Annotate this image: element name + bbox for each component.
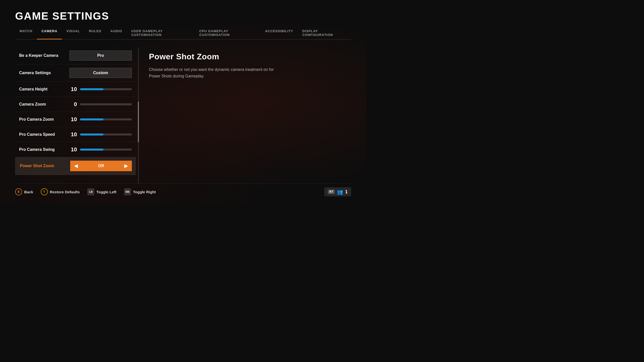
b-button-label: B <box>18 190 20 194</box>
tab-user-gameplay[interactable]: USER GAMEPLAY CUSTOMISATION <box>127 27 195 39</box>
setting-label-camera-settings: Camera Settings <box>19 71 69 75</box>
setting-value-camera-settings[interactable]: Custom <box>69 68 132 78</box>
setting-pro-camera-speed: Pro Camera Speed 10 <box>15 127 136 142</box>
setting-value-pro-camera-zoom: 10 <box>69 116 132 123</box>
scroll-thumb <box>138 102 139 143</box>
slider-fill-camera-height <box>80 88 103 90</box>
setting-label-pro-camera-swing: Pro Camera Swing <box>19 147 69 152</box>
slider-track-camera-height[interactable] <box>80 88 132 90</box>
toggle-right-arrow[interactable]: ▶ <box>120 163 132 169</box>
toggle-value-power-shot-zoom: Off <box>82 164 120 168</box>
action-restore-defaults[interactable]: Y Restore Defaults <box>41 188 80 195</box>
slider-number-pro-camera-swing: 10 <box>69 146 77 153</box>
b-button-icon[interactable]: B <box>15 188 22 195</box>
y-button-icon[interactable]: Y <box>41 188 48 195</box>
setting-label-pro-camera-zoom: Pro Camera Zoom <box>19 117 69 122</box>
setting-camera-settings: Camera Settings Custom <box>15 64 136 82</box>
setting-value-be-a-keeper-camera[interactable]: Pro <box>69 51 132 61</box>
lb-button-label: LB <box>89 190 93 193</box>
info-panel-title: Power Shot Zoom <box>149 52 351 61</box>
slider-pro-camera-speed[interactable]: 10 <box>69 131 132 138</box>
page-title: GAME SETTINGS <box>15 10 351 22</box>
toggle-left-arrow[interactable]: ◀ <box>70 163 82 169</box>
settings-container: Be a Keeper Camera Pro Camera Settings C… <box>15 47 139 183</box>
scroll-indicator[interactable] <box>138 47 139 183</box>
setting-pro-camera-swing: Pro Camera Swing 10 <box>15 142 136 157</box>
setting-label-camera-height: Camera Height <box>19 87 69 92</box>
setting-label-camera-zoom: Camera Zoom <box>19 102 69 107</box>
setting-pro-camera-zoom: Pro Camera Zoom 10 <box>15 112 136 127</box>
settings-panel: Be a Keeper Camera Pro Camera Settings C… <box>15 47 136 183</box>
rt-player-indicator: RT 👥 1 <box>324 187 351 196</box>
tab-camera[interactable]: CAMERA <box>37 27 62 39</box>
toggle-right-label: Toggle Right <box>133 190 156 194</box>
action-toggle-right[interactable]: RB Toggle Right <box>124 188 156 195</box>
setting-label-be-a-keeper-camera: Be a Keeper Camera <box>19 53 69 58</box>
slider-number-pro-camera-speed: 10 <box>69 131 77 138</box>
slider-track-pro-camera-zoom[interactable] <box>80 118 132 120</box>
setting-camera-height: Camera Height 10 <box>15 82 136 97</box>
rb-button-icon[interactable]: RB <box>124 188 131 195</box>
power-shot-zoom-toggle[interactable]: ◀ Off ▶ <box>70 161 132 171</box>
slider-number-camera-height: 10 <box>69 86 77 93</box>
setting-value-power-shot-zoom[interactable]: ◀ Off ▶ <box>70 161 132 171</box>
navigation-tabs: MATCH CAMERA VISUAL RULES AUDIO USER GAM… <box>15 27 351 39</box>
slider-number-camera-zoom: 0 <box>69 101 77 108</box>
main-content: GAME SETTINGS MATCH CAMERA VISUAL RULES … <box>0 0 366 205</box>
tab-audio[interactable]: AUDIO <box>106 27 127 39</box>
action-toggle-left[interactable]: LB Toggle Left <box>87 188 116 195</box>
tab-cpu-gameplay[interactable]: CPU GAMEPLAY CUSTOMISATION <box>195 27 260 39</box>
tab-accessibility[interactable]: ACCESSIBILITY <box>261 27 298 39</box>
setting-be-a-keeper-camera: Be a Keeper Camera Pro <box>15 47 136 64</box>
setting-value-camera-zoom: 0 <box>69 101 132 108</box>
slider-fill-pro-camera-zoom <box>80 118 103 120</box>
back-label: Back <box>24 190 33 194</box>
setting-label-pro-camera-speed: Pro Camera Speed <box>19 132 69 137</box>
slider-number-pro-camera-zoom: 10 <box>69 116 77 123</box>
slider-camera-zoom[interactable]: 0 <box>69 101 132 108</box>
slider-track-pro-camera-speed[interactable] <box>80 133 132 135</box>
setting-value-pro-camera-speed: 10 <box>69 131 132 138</box>
setting-power-shot-zoom: Power Shot Zoom ◀ Off ▶ <box>15 157 136 175</box>
player-icon: 👥 <box>337 189 343 195</box>
setting-label-power-shot-zoom: Power Shot Zoom <box>20 164 70 168</box>
slider-camera-height[interactable]: 10 <box>69 86 132 93</box>
rb-button-label: RB <box>126 190 130 193</box>
rt-badge: RT <box>328 190 335 194</box>
slider-track-camera-zoom[interactable] <box>80 103 132 105</box>
main-area: Be a Keeper Camera Pro Camera Settings C… <box>15 47 351 183</box>
y-button-label: Y <box>43 190 45 194</box>
player-count: 1 <box>345 189 348 195</box>
tab-rules[interactable]: RULES <box>85 27 106 39</box>
toggle-left-label: Toggle Left <box>96 190 116 194</box>
camera-settings-button[interactable]: Custom <box>69 68 132 78</box>
tab-visual[interactable]: VISUAL <box>62 27 85 39</box>
action-back[interactable]: B Back <box>15 188 33 195</box>
slider-fill-pro-camera-swing <box>80 149 103 151</box>
be-a-keeper-camera-button[interactable]: Pro <box>69 51 132 61</box>
slider-fill-pro-camera-speed <box>80 133 103 135</box>
tab-match[interactable]: MATCH <box>15 27 37 39</box>
setting-value-pro-camera-swing: 10 <box>69 146 132 153</box>
slider-pro-camera-zoom[interactable]: 10 <box>69 116 132 123</box>
info-panel: Power Shot Zoom Choose whether or not yo… <box>149 47 351 183</box>
slider-pro-camera-swing[interactable]: 10 <box>69 146 132 153</box>
tab-display[interactable]: DISPLAY CONFIGURATION <box>298 27 351 39</box>
info-panel-description: Choose whether or not you want the dynam… <box>149 66 275 79</box>
setting-value-camera-height: 10 <box>69 86 132 93</box>
restore-defaults-label: Restore Defaults <box>50 190 80 194</box>
bottom-bar: B Back Y Restore Defaults LB Toggle Left… <box>15 183 351 200</box>
setting-camera-zoom: Camera Zoom 0 <box>15 97 136 112</box>
slider-track-pro-camera-swing[interactable] <box>80 149 132 151</box>
lb-button-icon[interactable]: LB <box>87 188 94 195</box>
